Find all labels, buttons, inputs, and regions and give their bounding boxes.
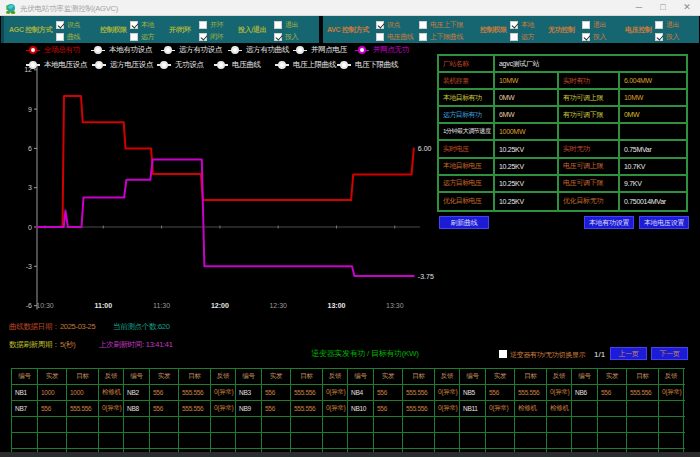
agc-perm-remote-option[interactable]: 远方 bbox=[130, 32, 154, 41]
legend-item: 电压下限曲线 bbox=[337, 60, 398, 70]
agc-enter-option[interactable]: 投入 bbox=[274, 32, 298, 41]
station-cell-label: 本地目标有功 bbox=[439, 90, 495, 105]
legend-marker-icon bbox=[337, 61, 351, 69]
station-cell-value: 9.7KV bbox=[620, 176, 686, 191]
avc-section-title: AVC 控制方式 bbox=[327, 16, 369, 43]
inverter-value-cell bbox=[435, 417, 460, 432]
inverter-value-cell: 556 bbox=[374, 385, 403, 400]
inverter-col-header: 编号 bbox=[236, 369, 262, 384]
inverter-col-header: 实发 bbox=[486, 369, 515, 384]
inverter-col-header: 反馈 bbox=[99, 369, 124, 384]
agc-loop-closed-option[interactable]: 闭环 bbox=[199, 32, 223, 41]
inverter-toggle-checkbox[interactable] bbox=[499, 350, 507, 358]
avc-mode-voltcurve-option[interactable]: 电压曲线 bbox=[376, 32, 413, 41]
inverter-id-cell bbox=[12, 417, 38, 432]
station-cell-value: 1000MW bbox=[495, 124, 559, 139]
inverter-value-cell bbox=[179, 433, 211, 448]
inverter-id-cell: NB3 bbox=[236, 385, 262, 400]
prev-page-button[interactable]: 上一页 bbox=[610, 347, 647, 360]
inverter-id-cell bbox=[572, 401, 598, 416]
avc-perm-local-option[interactable]: 本地 bbox=[510, 20, 534, 29]
inverter-id-cell: NB10 bbox=[348, 401, 374, 416]
inverter-table-header: 编号实发目标反馈编号实发目标反馈编号实发目标反馈编号实发目标反馈编号实发目标反馈… bbox=[12, 368, 685, 384]
inverter-id-cell bbox=[236, 433, 262, 448]
agc-exit-option[interactable]: 退出 bbox=[274, 20, 298, 29]
agc-mode-curve-checkbox[interactable] bbox=[56, 33, 64, 41]
refresh-curve-button[interactable]: 刷新曲线 bbox=[439, 216, 489, 229]
avc-reactive-enter-option[interactable]: 投入 bbox=[582, 32, 606, 41]
local-voltage-setting-button[interactable]: 本地电压设置 bbox=[639, 216, 689, 229]
station-table-row: 本地目标电压10.25KV电压可调上限10.7KV bbox=[439, 159, 686, 176]
inverter-value-cell bbox=[547, 433, 572, 448]
agc-loop-open-option[interactable]: 开环 bbox=[199, 20, 223, 29]
legend-item: 远方电压设点 bbox=[92, 60, 153, 70]
avc-voltage-enter-option[interactable]: 投入 bbox=[655, 32, 679, 41]
avc-perm-remote-option[interactable]: 远方 bbox=[510, 32, 534, 41]
inverter-table-row bbox=[12, 432, 685, 448]
avc-mode-limits-option[interactable]: 电压上下限 bbox=[419, 20, 463, 29]
station-cell-value: 10MW bbox=[620, 90, 686, 105]
inverter-value-cell: 检修机 bbox=[547, 401, 572, 416]
avc-mode-limitcurve-checkbox[interactable] bbox=[419, 33, 427, 41]
inverter-value-cell bbox=[374, 417, 403, 432]
agc-loop-open-checkbox[interactable] bbox=[199, 21, 207, 29]
inverter-id-cell: NB4 bbox=[348, 385, 374, 400]
inverter-value-cell bbox=[598, 433, 627, 448]
avc-mode-limitcurve-option[interactable]: 上下限曲线 bbox=[419, 32, 463, 41]
avc-reactive-label: 无功控制 bbox=[548, 16, 575, 43]
station-cell-label: 装机容量 bbox=[439, 73, 495, 88]
avc-reactive-exit-checkbox[interactable] bbox=[582, 21, 590, 29]
inverter-value-cell: 556 bbox=[374, 401, 403, 416]
inverter-value-cell bbox=[435, 433, 460, 448]
close-button[interactable]: ✕ bbox=[676, 0, 698, 15]
agc-mode-curve-option[interactable]: 曲线 bbox=[56, 32, 80, 41]
inverter-value-cell: 0(异常) bbox=[435, 401, 460, 416]
avc-perm-remote-checkbox[interactable] bbox=[510, 33, 518, 41]
maximize-button[interactable]: □ bbox=[652, 0, 674, 15]
inverter-id-cell bbox=[460, 417, 486, 432]
avc-mode-voltcurve-checkbox[interactable] bbox=[376, 33, 384, 41]
station-cell-label: 实时无功 bbox=[559, 141, 620, 156]
avc-mode-setpoint-checkbox[interactable] bbox=[376, 21, 384, 29]
avc-permission-label: 控制权限 bbox=[480, 16, 507, 43]
inverter-value-cell bbox=[291, 417, 323, 432]
inverter-col-header: 编号 bbox=[460, 369, 486, 384]
avc-voltage-enter-checkbox[interactable] bbox=[655, 33, 663, 41]
local-active-setting-button[interactable]: 本地有功设置 bbox=[584, 216, 634, 229]
inverter-value-cell: 1000 bbox=[67, 385, 99, 400]
agc-enter-checkbox[interactable] bbox=[274, 33, 282, 41]
agc-exit-checkbox[interactable] bbox=[274, 21, 282, 29]
avc-voltage-exit-option[interactable]: 退出 bbox=[655, 20, 679, 29]
avc-perm-local-checkbox[interactable] bbox=[510, 21, 518, 29]
legend-label: 远方有功设点 bbox=[179, 45, 222, 55]
inverter-value-cell bbox=[547, 417, 572, 432]
inverter-value-cell bbox=[598, 417, 627, 432]
agc-loop-closed-checkbox[interactable] bbox=[199, 33, 207, 41]
legend-item: 并网点电压 bbox=[293, 45, 347, 55]
agc-perm-local-option[interactable]: 本地 bbox=[130, 20, 154, 29]
avc-reactive-enter-checkbox[interactable] bbox=[582, 33, 590, 41]
inverter-value-cell: 556 bbox=[150, 401, 179, 416]
legend-label: 电压曲线 bbox=[232, 60, 261, 70]
avc-voltage-exit-checkbox[interactable] bbox=[655, 21, 663, 29]
title-bar: 光伏电站功率监测控制(AGVC) ─ □ ✕ bbox=[0, 0, 700, 16]
agc-perm-local-checkbox[interactable] bbox=[130, 21, 138, 29]
avc-mode-setpoint-option[interactable]: 设点 bbox=[376, 20, 400, 29]
next-page-button[interactable]: 下一页 bbox=[651, 347, 688, 360]
chart-tick-label: 11:30 bbox=[153, 302, 170, 309]
inverter-id-cell: NB8 bbox=[124, 401, 150, 416]
avc-reactive-exit-option[interactable]: 退出 bbox=[582, 20, 606, 29]
station-cell-label: 电压可调下限 bbox=[559, 176, 620, 191]
agc-mode-setpoint-checkbox[interactable] bbox=[56, 21, 64, 29]
avc-mode-limits-checkbox[interactable] bbox=[419, 21, 427, 29]
agc-perm-remote-checkbox[interactable] bbox=[130, 33, 138, 41]
inverter-value-cell bbox=[659, 401, 684, 416]
inverter-value-cell bbox=[179, 417, 211, 432]
chart-tick-label: 11:00 bbox=[95, 302, 113, 309]
inverter-value-cell: 555.556 bbox=[291, 385, 323, 400]
legend-label: 并网点电压 bbox=[311, 45, 347, 55]
inverter-value-cell bbox=[150, 417, 179, 432]
agc-mode-setpoint-option[interactable]: 设点 bbox=[56, 20, 80, 29]
station-cell-label: 优化目标电压 bbox=[439, 193, 495, 210]
minimize-button[interactable]: ─ bbox=[628, 0, 650, 15]
